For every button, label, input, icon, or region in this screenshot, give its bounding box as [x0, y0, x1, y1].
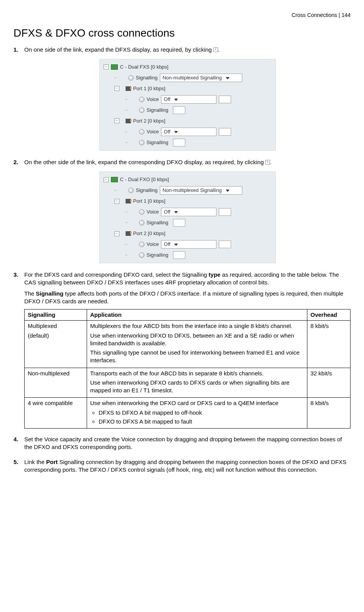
breadcrumb: Cross Connections | 144 [13, 12, 351, 19]
chevron-down-icon [226, 190, 230, 192]
node-icon [128, 188, 134, 193]
signalling-table: Signalling Application Overhead Multiple… [24, 309, 351, 429]
collapse-icon[interactable]: − [114, 86, 119, 91]
step-number: 3. [13, 271, 18, 279]
node-icon [139, 220, 144, 225]
step-5: 5. Link the Port Signalling connection b… [13, 458, 351, 474]
node-icon [139, 209, 144, 215]
table-row: Multiplexed (default) Multiplexers the f… [25, 321, 351, 368]
step-3: 3. For the DFXS card and corresponding D… [13, 271, 351, 429]
chevron-down-icon [174, 99, 178, 101]
voice-select[interactable]: Off [161, 128, 216, 136]
tree-connector: ⋯ [125, 97, 136, 103]
signalling-select[interactable]: Non-multiplexed Signalling [160, 74, 242, 82]
collapse-icon[interactable]: − [114, 231, 119, 236]
th-signalling: Signalling [25, 309, 87, 321]
port-icon [126, 231, 131, 236]
node-icon [139, 129, 144, 135]
port-icon [126, 199, 131, 203]
chevron-down-icon [226, 77, 230, 79]
chevron-down-icon [174, 211, 178, 214]
plus-icon: + [213, 47, 218, 52]
port-signalling-label: Signalling [147, 219, 168, 226]
tree-root-label: C - Dual FXO [0 kbps] [120, 176, 169, 183]
step-text-a: Link the [24, 459, 46, 465]
step-text: Set the Voice capacity and create the Vo… [24, 436, 342, 450]
step-number: 4. [13, 435, 18, 443]
step-text-b: Signalling connection by dragging and dr… [24, 459, 346, 473]
voice-field[interactable] [219, 208, 231, 216]
step3-para2b: type affects both ports of the DFXO / DF… [24, 290, 343, 304]
port-icon [126, 86, 131, 91]
node-icon [139, 97, 144, 102]
collapse-icon[interactable]: − [114, 199, 119, 204]
list-item: DFXO to DFXS A bit mapped to fault [99, 418, 304, 425]
tree-connector: ⋯ [125, 129, 136, 135]
signalling-select[interactable]: Non-multiplexed Signalling [160, 186, 242, 195]
step-number: 2. [13, 158, 18, 166]
tree-connector: ⋯ [125, 108, 136, 113]
table-header-row: Signalling Application Overhead [25, 309, 351, 321]
signalling-field[interactable] [173, 219, 185, 227]
signalling-field[interactable] [173, 106, 185, 114]
voice-select[interactable]: Off [161, 240, 216, 249]
tree-connector: ⋯ [125, 242, 136, 247]
tree-connector: ⋯ [125, 252, 136, 258]
collapse-icon[interactable]: − [104, 64, 109, 69]
step3-para1a: For the DFXS card and corresponding DFXO… [24, 271, 209, 278]
card-icon [111, 177, 118, 182]
signalling-field[interactable] [173, 251, 185, 259]
tree-connector: ⋯ [114, 188, 125, 193]
step-text-bold: Port [46, 459, 58, 465]
th-overhead: Overhead [307, 309, 351, 321]
node-icon [128, 75, 134, 81]
chevron-down-icon [174, 131, 178, 133]
port2-label: Port 2 [0 kbps] [133, 118, 166, 124]
step-text: On one side of the link, expand the DFXS… [24, 46, 213, 53]
signalling-field[interactable] [173, 139, 185, 146]
step3-para1-bold: type [209, 271, 221, 278]
voice-label: Voice [147, 96, 159, 103]
port2-label: Port 2 [0 kbps] [133, 230, 166, 237]
port1-label: Port 1 [0 kbps] [133, 85, 166, 92]
table-row: 4 wire compatible Use when interworking … [25, 398, 351, 429]
voice-label: Voice [147, 208, 159, 215]
tree-root-label: C - Dual FXS [0 kbps] [120, 64, 169, 71]
step3-para2-bold: Signalling [36, 290, 64, 297]
voice-field[interactable] [219, 96, 231, 103]
step-4: 4. Set the Voice capacity and create the… [13, 435, 351, 451]
port-icon [126, 119, 131, 123]
step-text-tail: . [270, 159, 272, 165]
collapse-icon[interactable]: − [114, 118, 119, 123]
port-signalling-label: Signalling [147, 139, 168, 146]
list-item: DFXS to DFXO A bit mapped to off-hook [99, 409, 304, 417]
node-icon [139, 242, 144, 247]
cell-sig: 4 wire compatible [25, 398, 87, 429]
tree-connector: ⋯ [125, 209, 136, 215]
voice-field[interactable] [219, 240, 231, 248]
cell-ovh: 8 kbit/s [307, 398, 351, 429]
cell-sig: Non-multiplexed [25, 368, 87, 398]
cell-app: Multiplexers the four ABCD bits from the… [87, 321, 307, 368]
voice-field[interactable] [219, 128, 231, 136]
port-signalling-label: Signalling [147, 252, 168, 259]
tree-connector: ⋯ [125, 140, 136, 146]
signalling-label: Signalling [136, 74, 158, 81]
voice-label: Voice [147, 241, 159, 248]
card-icon [111, 64, 118, 70]
collapse-icon[interactable]: − [104, 177, 109, 182]
node-icon [139, 252, 144, 258]
node-icon [139, 140, 144, 145]
tree-dfxs: − C - Dual FXS [0 kbps] ⋯ Signalling Non… [99, 59, 276, 151]
voice-select[interactable]: Off [161, 208, 216, 216]
page-title: DFXS & DFXO cross connections [13, 26, 351, 40]
chevron-down-icon [174, 244, 178, 246]
step-number: 1. [13, 46, 18, 54]
cell-ovh: 8 kbit/s [307, 321, 351, 368]
tree-connector: ⋯ [114, 75, 125, 81]
voice-select[interactable]: Off [161, 95, 216, 104]
cell-sig: Multiplexed (default) [25, 321, 87, 368]
voice-label: Voice [147, 128, 159, 135]
plus-icon: + [265, 160, 270, 165]
tree-dfxo: − C - Dual FXO [0 kbps] ⋯ Signalling Non… [99, 171, 276, 263]
